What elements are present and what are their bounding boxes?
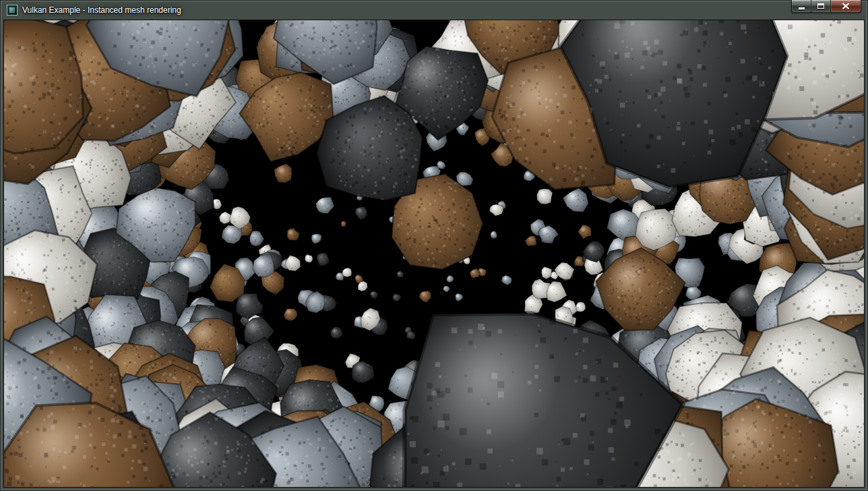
maximize-icon (817, 3, 824, 9)
render-viewport[interactable] (4, 20, 864, 487)
maximize-button[interactable] (811, 0, 830, 13)
minimize-button[interactable] (791, 0, 811, 13)
close-icon (842, 3, 850, 9)
close-button[interactable] (830, 0, 861, 13)
window-title: Vulkan Example - Instanced mesh renderin… (22, 5, 181, 15)
minimize-icon (799, 7, 805, 9)
render-client-area (4, 20, 864, 487)
caption-buttons (791, 0, 861, 13)
application-icon[interactable] (7, 5, 18, 16)
application-window: Vulkan Example - Instanced mesh renderin… (0, 0, 868, 491)
titlebar[interactable]: Vulkan Example - Instanced mesh renderin… (0, 0, 868, 20)
